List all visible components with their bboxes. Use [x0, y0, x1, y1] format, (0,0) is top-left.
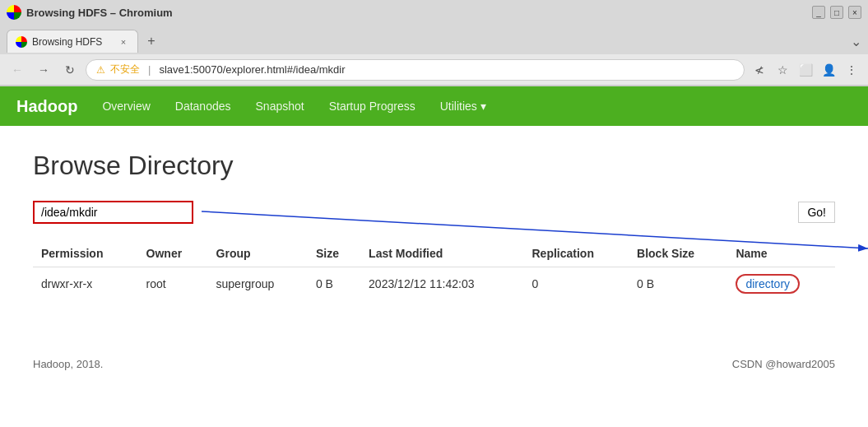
maximize-button[interactable]: □ [830, 6, 843, 19]
address-input[interactable]: ⚠ 不安全 | slave1:50070/explorer.html#/idea… [86, 59, 745, 81]
tab-favicon [16, 36, 27, 48]
navbar: Hadoop Overview Datanodes Snapshot Start… [0, 86, 868, 126]
navbar-brand: Hadoop [16, 97, 77, 116]
directory-link[interactable]: directory [736, 274, 800, 294]
nav-utilities[interactable]: Utilities ▾ [440, 100, 486, 113]
share-icon[interactable]: ≮ [750, 60, 769, 80]
close-button[interactable]: × [848, 6, 861, 19]
tab-close-button[interactable]: × [118, 36, 129, 48]
active-tab[interactable]: Browsing HDFS × [7, 30, 138, 53]
security-icon: ⚠ [96, 64, 105, 76]
cell-owner: root [138, 267, 208, 301]
cell-group: supergroup [208, 267, 308, 301]
arrow-annotation [193, 162, 868, 261]
address-bar: ← → ↻ ⚠ 不安全 | slave1:50070/explorer.html… [0, 54, 868, 86]
new-tab-button[interactable]: + [142, 31, 161, 51]
refresh-button[interactable]: ↻ [59, 59, 81, 81]
minimize-button[interactable]: _ [812, 6, 825, 19]
browser-chrome: Browsing HDFS – Chromium _ □ × Browsing … [0, 0, 868, 86]
cell-permission: drwxr-xr-x [33, 267, 138, 301]
account-icon[interactable]: 👤 [819, 60, 838, 80]
tab-bar: Browsing HDFS × + ⌄ [0, 25, 868, 54]
title-bar-text: Browsing HDFS – Chromium [26, 7, 173, 19]
address-bar-actions: ≮ ☆ ⬜ 👤 ⋮ [750, 60, 861, 80]
url-text: slave1:50070/explorer.html#/idea/mkdir [159, 63, 734, 76]
title-bar-controls: _ □ × [812, 6, 861, 19]
col-permission: Permission [33, 240, 138, 267]
content-area: Go! Permission Owner Group Size Last Mod… [33, 201, 835, 300]
path-row: Go! [33, 201, 835, 224]
browser-mode-icon[interactable]: ⬜ [796, 60, 815, 80]
footer-right: CSDN @howard2005 [732, 358, 835, 370]
back-button[interactable]: ← [7, 59, 28, 81]
cell-last-modified: 2023/12/12 11:42:03 [360, 267, 523, 301]
cell-name[interactable]: directory [727, 267, 835, 301]
title-bar: Browsing HDFS – Chromium _ □ × [0, 0, 868, 25]
footer: Hadoop, 2018. CSDN @howard2005 [0, 341, 868, 387]
title-bar-left: Browsing HDFS – Chromium [7, 5, 173, 20]
cell-replication: 0 [523, 267, 629, 301]
main-content: Browse Directory Go! [0, 126, 868, 325]
table-row: drwxr-xr-x root supergroup 0 B 2023/12/1… [33, 267, 835, 301]
menu-icon[interactable]: ⋮ [842, 60, 861, 80]
nav-startup-progress[interactable]: Startup Progress [329, 96, 415, 116]
cell-block-size: 0 B [629, 267, 727, 301]
nav-snapshot[interactable]: Snapshot [256, 96, 304, 116]
tab-title: Browsing HDFS [32, 36, 113, 48]
chromium-icon [7, 5, 21, 20]
security-label: 不安全 [110, 63, 140, 77]
path-section: Go! [33, 201, 835, 224]
path-input[interactable] [33, 201, 193, 224]
cell-size: 0 B [308, 267, 360, 301]
nav-datanodes[interactable]: Datanodes [175, 96, 231, 116]
nav-overview[interactable]: Overview [102, 96, 150, 116]
tab-list-button[interactable]: ⌄ [851, 34, 861, 49]
bookmark-icon[interactable]: ☆ [773, 60, 792, 80]
footer-left: Hadoop, 2018. [33, 358, 103, 370]
svg-line-1 [202, 211, 868, 248]
forward-button[interactable]: → [33, 59, 54, 81]
